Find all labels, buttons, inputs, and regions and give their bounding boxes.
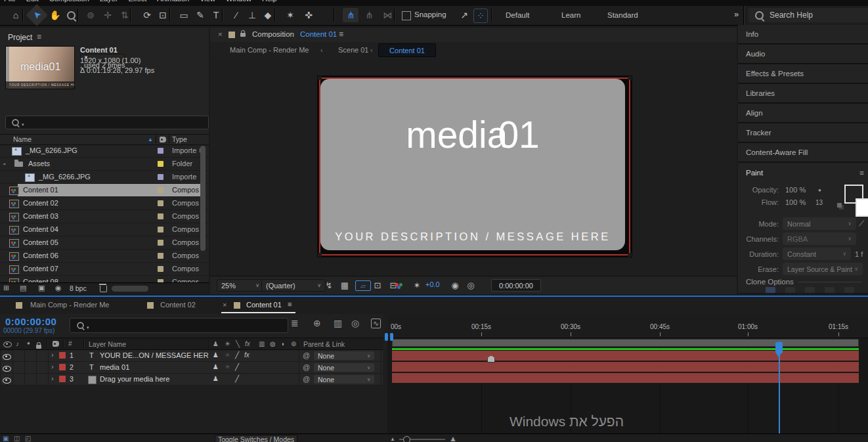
label-color-swatch[interactable] bbox=[158, 187, 163, 193]
paint-panel-header[interactable]: Paint≡ bbox=[738, 163, 868, 182]
shy-switch[interactable]: ♟ bbox=[213, 363, 219, 370]
project-item-content-02[interactable]: Content 02Compos bbox=[0, 197, 209, 210]
pickwhip-icon[interactable]: @ bbox=[303, 363, 310, 371]
toolbar-overflow-chevron[interactable]: » bbox=[734, 9, 739, 19]
eyedropper-icon[interactable]: ⟋ bbox=[859, 219, 864, 228]
shy-icon[interactable]: ♟ bbox=[213, 340, 219, 347]
work-area-bar[interactable] bbox=[392, 339, 859, 347]
label-color-swatch[interactable] bbox=[158, 240, 163, 246]
mask-visibility-icon[interactable]: ▱ bbox=[355, 280, 371, 291]
snapshot-icon[interactable]: ◉ bbox=[449, 279, 461, 291]
channels-dropdown[interactable]: RGBA∨ bbox=[783, 232, 856, 245]
navigator-start-handle[interactable] bbox=[385, 333, 388, 341]
snap-options-icon[interactable]: ↗ bbox=[456, 6, 472, 24]
clone-preset-button[interactable] bbox=[844, 287, 854, 293]
hand-tool[interactable]: ✋ bbox=[47, 6, 63, 24]
fast-previews-icon[interactable]: ↯ bbox=[323, 279, 335, 291]
panel-menu-icon[interactable]: ≡ bbox=[859, 169, 864, 177]
expand-in-out-icon[interactable]: ◰ bbox=[25, 435, 31, 442]
clone-stamp-tool[interactable]: ⊥ bbox=[244, 6, 260, 24]
project-horizontal-scrollbar[interactable] bbox=[112, 286, 148, 292]
world-axis-mode[interactable]: ⋔ bbox=[361, 6, 377, 24]
shy-switch[interactable]: ♟ bbox=[213, 351, 219, 359]
playhead[interactable] bbox=[775, 342, 783, 353]
duration-frames-value[interactable]: 1 f bbox=[855, 250, 863, 258]
puppet-pin-tool[interactable]: ✜ bbox=[301, 6, 316, 24]
transparency-grid-icon[interactable]: ▦ bbox=[339, 279, 351, 291]
draft-3d-icon[interactable]: ⊕ bbox=[313, 318, 321, 328]
layer-row-2[interactable]: ›2Tmedia 01♟☀╱@None∨ bbox=[0, 362, 383, 374]
graph-editor-icon[interactable]: ∿ bbox=[371, 319, 381, 328]
layer-duration-bar[interactable] bbox=[392, 362, 859, 372]
project-item-content-07[interactable]: Content 07Compos bbox=[0, 263, 209, 276]
home-tool[interactable]: ⌂ bbox=[8, 6, 24, 24]
new-folder-icon[interactable]: ▤ bbox=[20, 284, 26, 292]
close-icon[interactable]: × bbox=[218, 30, 223, 38]
project-item-assets[interactable]: ⌄AssetsFolder bbox=[0, 158, 209, 171]
exposure-icon[interactable]: ✶ bbox=[411, 279, 423, 291]
motion-blur-col-icon[interactable]: ◍ bbox=[270, 340, 276, 347]
frame-blend-icon[interactable]: ▥ bbox=[259, 340, 265, 347]
clone-preset-button[interactable] bbox=[785, 287, 795, 293]
color-depth-button[interactable]: 8 bpc bbox=[70, 284, 87, 292]
expand-transfer-controls-icon[interactable]: ◫ bbox=[14, 435, 20, 442]
shy-switch[interactable]: ♟ bbox=[213, 375, 219, 382]
collapse-switch[interactable]: ☀ bbox=[225, 363, 230, 370]
pickwhip-icon[interactable]: @ bbox=[303, 351, 310, 359]
menu-edit[interactable]: Edit bbox=[26, 0, 39, 3]
fx-switch[interactable]: fx bbox=[244, 351, 250, 359]
current-time-display[interactable]: 0:00:00:00 bbox=[491, 279, 541, 292]
project-panel-title[interactable]: Project bbox=[8, 33, 32, 42]
timeline-tab-active[interactable]: Content 01 bbox=[246, 301, 282, 309]
panel-tab-audio[interactable]: Audio bbox=[738, 45, 868, 64]
quality-switch[interactable]: ╱ bbox=[235, 363, 239, 370]
project-item-content-08[interactable]: Content 08Compos bbox=[0, 276, 209, 282]
new-composition-icon[interactable]: ▣ bbox=[38, 284, 45, 292]
expand-layer-icon[interactable]: › bbox=[51, 363, 54, 370]
breadcrumb-mid[interactable]: Scene 01 bbox=[338, 46, 368, 54]
breadcrumb-root[interactable]: Main Comp - Render Me bbox=[230, 46, 309, 54]
expand-caret-icon[interactable]: ⌄ bbox=[2, 160, 7, 166]
opacity-value[interactable]: 100 % bbox=[785, 186, 806, 194]
magnification-dropdown[interactable]: 25%∨ bbox=[217, 279, 264, 292]
panel-tab-libraries[interactable]: Libraries bbox=[738, 84, 868, 103]
brush-tool[interactable]: ∕ bbox=[228, 6, 244, 24]
fx-icon[interactable]: fx bbox=[245, 340, 250, 347]
timeline-tab[interactable]: Main Comp - Render Me bbox=[30, 301, 109, 309]
roto-brush-tool[interactable]: ✶ bbox=[282, 6, 298, 24]
panel-tab-tracker[interactable]: Tracker bbox=[738, 123, 868, 143]
parent-dropdown[interactable]: None∨ bbox=[314, 363, 374, 372]
toggle-switches-modes-button[interactable]: Toggle Switches / Modes bbox=[215, 435, 297, 442]
quality-switch[interactable]: ╱ bbox=[235, 351, 239, 359]
layer-name[interactable]: Drag your media here bbox=[100, 375, 169, 383]
expand-layer-icon[interactable]: › bbox=[51, 351, 54, 359]
panel-tab-content-aware-fill[interactable]: Content-Aware Fill bbox=[738, 143, 868, 162]
mask-snap-icon[interactable]: ⁘ bbox=[473, 9, 488, 23]
eraser-tool[interactable]: ◆ bbox=[260, 6, 276, 24]
current-time-display[interactable]: 0:00:00:00 bbox=[5, 316, 56, 327]
orbit-camera-tool[interactable]: ⊚ bbox=[83, 6, 98, 24]
view-axis-mode[interactable]: ⋈ bbox=[380, 6, 395, 24]
label-color-swatch[interactable] bbox=[158, 174, 163, 180]
project-vertical-scrollbar[interactable] bbox=[200, 146, 206, 251]
camera-tool[interactable]: ⊡ bbox=[155, 6, 171, 24]
unlock-icon[interactable] bbox=[240, 33, 246, 37]
rectangle-tool[interactable]: ▭ bbox=[176, 6, 192, 24]
project-item--mg-6266-jpg[interactable]: _MG_6266.JPGImporte bbox=[0, 171, 209, 184]
flow-value[interactable]: 100 % bbox=[785, 198, 806, 206]
label-color-swatch[interactable] bbox=[158, 266, 163, 272]
expand-layer-switches-icon[interactable]: ▣ bbox=[3, 435, 9, 442]
expand-layer-icon[interactable]: › bbox=[51, 374, 54, 382]
rotation-tool[interactable]: ⟳ bbox=[139, 6, 155, 24]
project-item-content-06[interactable]: Content 06Compos bbox=[0, 250, 209, 263]
pickwhip-icon[interactable]: @ bbox=[303, 375, 310, 383]
clone-preset-button[interactable] bbox=[825, 287, 835, 293]
video-eye-icon[interactable] bbox=[3, 353, 11, 361]
selection-tool[interactable]: ➤ bbox=[26, 4, 48, 26]
threed-icon[interactable]: ⊛ bbox=[291, 340, 296, 347]
menu-composition[interactable]: Composition bbox=[49, 0, 89, 3]
clone-preset-button[interactable] bbox=[805, 287, 815, 293]
channel-icon[interactable] bbox=[395, 283, 403, 288]
project-item-content-05[interactable]: Content 05Compos bbox=[0, 236, 209, 250]
show-snapshot-icon[interactable]: ◎ bbox=[465, 279, 477, 291]
